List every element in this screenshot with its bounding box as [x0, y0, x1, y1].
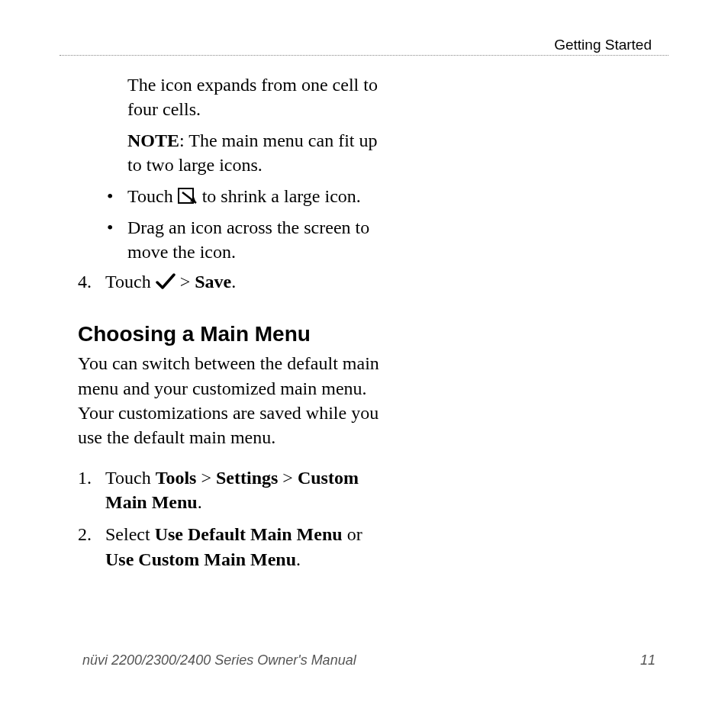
step-1: 1. Touch Tools > Settings > Custom Main …: [78, 465, 383, 515]
step-4-before: Touch: [105, 272, 156, 292]
checkmark-icon: [156, 272, 176, 296]
step-2-default: Use Default Main Menu: [155, 524, 343, 544]
step-2-pre: Select: [105, 524, 155, 544]
step-1-settings: Settings: [216, 468, 278, 488]
bullet-drag: Drag an icon across the screen to move t…: [101, 215, 383, 265]
page-content: The icon expands from one cell to four c…: [78, 72, 383, 579]
expand-paragraph: The icon expands from one cell to four c…: [127, 72, 383, 122]
step-2-custom: Use Custom Main Menu: [105, 549, 296, 569]
bullet-shrink-before: Touch: [127, 186, 178, 206]
shrink-icon: [178, 186, 198, 211]
step-4-save: Save: [195, 272, 231, 292]
step-2-number: 2.: [78, 522, 92, 546]
note-paragraph: NOTE: The main menu can fit up to two la…: [127, 128, 383, 178]
header-divider: [60, 55, 668, 56]
page-footer: nüvi 2200/2300/2400 Series Owner's Manua…: [82, 652, 656, 668]
note-label: NOTE: [127, 130, 179, 150]
step-4-number: 4.: [78, 269, 92, 294]
step-1-tools: Tools: [156, 468, 197, 488]
footer-manual-title: nüvi 2200/2300/2400 Series Owner's Manua…: [82, 652, 356, 668]
header-section-label: Getting Started: [554, 37, 652, 53]
step-2: 2. Select Use Default Main Menu or Use C…: [78, 522, 383, 572]
section-intro: You can switch between the default main …: [78, 351, 383, 450]
step-2-mid: or: [343, 524, 362, 544]
bullet-shrink: Touch to shrink a large icon.: [101, 184, 383, 211]
step-1-gt1: >: [196, 468, 216, 488]
step-1-number: 1.: [78, 465, 92, 490]
step-1-post: .: [198, 492, 202, 512]
footer-page-number: 11: [640, 652, 656, 668]
manual-page: Getting Started The icon expands from on…: [0, 0, 728, 728]
bullet-shrink-after: to shrink a large icon.: [198, 186, 361, 206]
step-1-gt2: >: [278, 468, 298, 488]
step-4-period: .: [231, 272, 236, 292]
step-1-pre: Touch: [105, 468, 156, 488]
step-4-gt: >: [176, 272, 195, 292]
step4-list: 4. Touch > Save.: [78, 269, 383, 296]
step-2-post: .: [296, 549, 301, 569]
step-4: 4. Touch > Save.: [78, 269, 383, 296]
choosing-steps: 1. Touch Tools > Settings > Custom Main …: [78, 465, 383, 572]
section-heading: Choosing a Main Menu: [78, 322, 383, 346]
sub-bullet-list: Touch to shrink a large icon. Drag an ic…: [101, 184, 383, 265]
